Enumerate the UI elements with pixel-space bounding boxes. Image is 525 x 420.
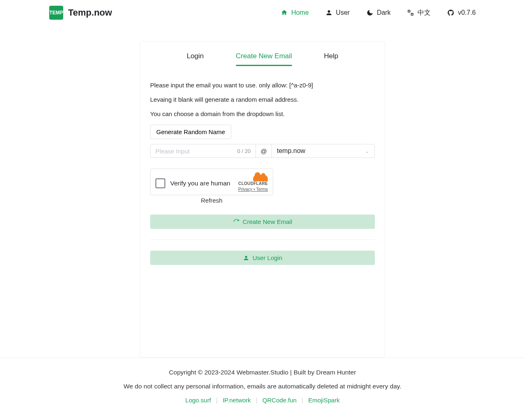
tab-create[interactable]: Create New Email: [236, 50, 292, 66]
captcha-privacy-link[interactable]: Privacy: [238, 187, 252, 192]
instruction-2: Levaing it blank will generate a random …: [150, 96, 375, 103]
chevron-down-icon: ⌄: [365, 148, 370, 154]
nav-lang[interactable]: 中文: [407, 9, 431, 17]
nav-bar: Home User Dark 中文 v0.7.6: [281, 9, 476, 17]
github-icon: [447, 9, 454, 16]
user-login-button[interactable]: User Login: [150, 251, 375, 265]
tabs: Login Create New Email Help: [150, 50, 375, 66]
nav-version-label: v0.7.6: [458, 9, 476, 16]
card: Login Create New Email Help Please input…: [140, 41, 385, 358]
domain-value: temp.now: [277, 147, 305, 155]
captcha-checkbox[interactable]: [155, 178, 165, 188]
create-email-button[interactable]: Create New Email: [150, 215, 375, 229]
char-counter: 0 / 20: [237, 148, 251, 154]
captcha-terms-link[interactable]: Terms: [256, 187, 268, 192]
captcha-links: Privacy • Terms: [238, 187, 268, 192]
user-login-label: User Login: [253, 254, 283, 261]
main: Login Create New Email Help Please input…: [0, 25, 525, 358]
footer-link-ipnetwork[interactable]: IP.network: [223, 397, 251, 404]
nav-home-label: Home: [291, 9, 309, 16]
nav-user[interactable]: User: [325, 9, 350, 16]
user-icon: [325, 9, 333, 16]
footer-link-emojispark[interactable]: EmojiSpark: [308, 397, 340, 404]
email-name-wrap: 0 / 20: [150, 144, 256, 158]
footer-copyright: Copyright © 2023-2024 Webmaster.Studio |…: [0, 369, 525, 376]
email-name-input[interactable]: [155, 148, 237, 155]
instruction-1: Please input the email you want to use. …: [150, 82, 375, 89]
at-separator: @: [256, 144, 272, 158]
footer-disclaimer: We do not collect any personal informati…: [0, 383, 525, 390]
nav-dark[interactable]: Dark: [366, 9, 391, 16]
footer-link-logosurf[interactable]: Logo.surf: [185, 397, 211, 404]
brand-logo: TEMP: [49, 6, 63, 20]
divider: [150, 240, 375, 240]
cloudflare-logo: [238, 175, 268, 181]
nav-home[interactable]: Home: [281, 9, 309, 16]
captcha-widget: Verify you are human CLOUDFLARE Privacy …: [150, 169, 273, 195]
email-input-row: 0 / 20 @ temp.now ⌄: [150, 144, 375, 158]
generate-random-button[interactable]: Generate Random Name: [150, 125, 231, 139]
user-icon: [243, 255, 249, 261]
translate-icon: [407, 9, 414, 16]
captcha-refresh[interactable]: Refresh: [150, 197, 273, 204]
create-email-label: Create New Email: [243, 218, 292, 225]
header: TEMP Temp.now Home User Dark 中文: [0, 0, 525, 25]
nav-version[interactable]: v0.7.6: [447, 9, 476, 16]
footer: Copyright © 2023-2024 Webmaster.Studio |…: [0, 358, 525, 420]
domain-select[interactable]: temp.now ⌄: [272, 144, 375, 158]
refresh-icon: [233, 219, 240, 225]
instruction-3: You can choose a domain from the dropdow…: [150, 110, 375, 117]
nav-dark-label: Dark: [377, 9, 391, 16]
cloudflare-word: CLOUDFLARE: [238, 181, 268, 186]
cloudflare-cloud-icon: [253, 175, 268, 181]
tab-help[interactable]: Help: [324, 50, 338, 66]
brand-name: Temp.now: [68, 7, 112, 18]
footer-links: Logo.surf | IP.network | QRCode.fun | Em…: [0, 397, 525, 404]
footer-link-qrcodefun[interactable]: QRCode.fun: [262, 397, 297, 404]
tab-content: Please input the email you want to use. …: [150, 66, 375, 265]
nav-lang-label: 中文: [418, 9, 431, 17]
moon-icon: [366, 9, 374, 16]
tab-login[interactable]: Login: [187, 50, 204, 66]
captcha-label: Verify you are human: [170, 180, 230, 187]
home-icon: [281, 9, 288, 16]
nav-user-label: User: [336, 9, 350, 16]
